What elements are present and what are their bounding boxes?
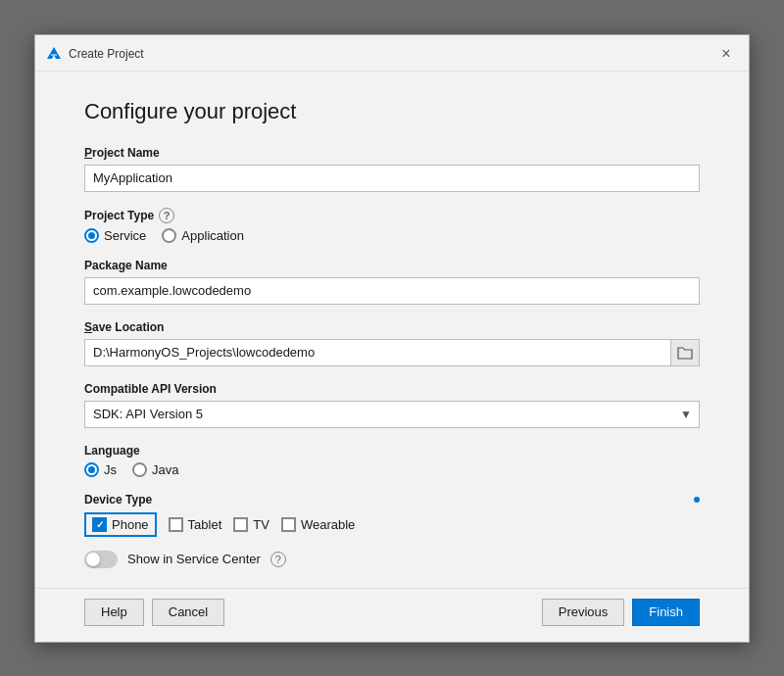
device-type-indicator-dot: [694, 497, 700, 503]
radio-js-circle: [84, 462, 99, 477]
device-tablet-label: Tablet: [188, 517, 222, 532]
device-type-header: Device Type: [84, 493, 700, 507]
radio-service-label: Service: [104, 228, 146, 243]
page-title: Configure your project: [84, 99, 700, 124]
radio-application-label: Application: [181, 228, 244, 243]
save-location-label: Save Location: [84, 320, 700, 334]
show-service-row: Show in Service Center ?: [84, 551, 700, 568]
language-field-group: Language Js Java: [84, 444, 700, 477]
toggle-knob: [86, 553, 100, 566]
device-phone-highlighted[interactable]: ✓ Phone: [84, 512, 157, 537]
radio-js-label: Js: [104, 462, 117, 477]
project-type-field-group: Project Type ? Service Application: [84, 208, 700, 243]
device-type-label: Device Type: [84, 493, 152, 507]
help-button[interactable]: Help: [84, 599, 144, 626]
project-name-field-group: Project Name: [84, 146, 700, 192]
language-radio-group: Js Java: [84, 462, 700, 477]
device-tv-label: TV: [253, 517, 270, 532]
api-version-select-wrapper: SDK: API Version 5 SDK: API Version 4 SD…: [84, 401, 700, 428]
radio-js[interactable]: Js: [84, 462, 117, 477]
show-service-label: Show in Service Center: [127, 552, 261, 566]
save-location-input-row: [84, 339, 700, 366]
api-version-label: Compatible API Version: [84, 382, 700, 396]
device-type-checkbox-group: ✓ Phone Tablet TV Wearable: [84, 512, 700, 537]
package-name-label: Package Name: [84, 259, 700, 272]
folder-icon: [677, 346, 693, 360]
footer-left-buttons: Help Cancel: [84, 599, 224, 626]
device-tv-item[interactable]: TV: [233, 517, 270, 532]
project-type-label: Project Type ?: [84, 208, 700, 223]
device-phone-label: Phone: [112, 517, 149, 532]
project-name-label: Project Name: [84, 146, 700, 160]
cancel-button[interactable]: Cancel: [152, 599, 224, 626]
radio-java-circle: [132, 462, 147, 477]
language-label: Language: [84, 444, 700, 458]
checkmark-icon: ✓: [96, 519, 104, 530]
radio-service-circle: [84, 228, 99, 243]
radio-java-label: Java: [152, 462, 178, 477]
device-wearable-item[interactable]: Wearable: [281, 517, 355, 532]
radio-application-circle: [162, 228, 176, 243]
close-button[interactable]: ×: [715, 43, 737, 65]
finish-button[interactable]: Finish: [632, 599, 700, 626]
radio-service[interactable]: Service: [84, 228, 146, 243]
dialog-content: Configure your project Project Name Proj…: [35, 72, 749, 588]
device-type-section: Device Type ✓ Phone Tablet: [84, 493, 700, 537]
wearable-checkbox: [281, 517, 296, 532]
api-version-field-group: Compatible API Version SDK: API Version …: [84, 382, 700, 428]
api-version-select[interactable]: SDK: API Version 5 SDK: API Version 4 SD…: [84, 401, 700, 428]
show-service-help-icon[interactable]: ?: [270, 552, 286, 567]
title-bar: Create Project ×: [35, 35, 749, 72]
tv-checkbox: [233, 517, 248, 532]
previous-button[interactable]: Previous: [542, 599, 625, 626]
app-logo-icon: [45, 45, 63, 63]
save-location-field-group: Save Location: [84, 320, 700, 366]
show-service-toggle[interactable]: [84, 551, 118, 568]
radio-application[interactable]: Application: [162, 228, 244, 243]
window-title: Create Project: [69, 47, 144, 61]
create-project-dialog: Create Project × Configure your project …: [34, 34, 750, 643]
project-type-help-icon[interactable]: ?: [159, 208, 174, 223]
footer-right-buttons: Previous Finish: [542, 599, 700, 626]
phone-checkbox: ✓: [92, 517, 107, 532]
package-name-input[interactable]: [84, 277, 700, 305]
radio-java[interactable]: Java: [132, 462, 178, 477]
device-wearable-label: Wearable: [301, 517, 355, 532]
package-name-field-group: Package Name: [84, 259, 700, 305]
save-location-input[interactable]: [84, 339, 670, 366]
project-type-radio-group: Service Application: [84, 228, 700, 243]
device-tablet-item[interactable]: Tablet: [169, 517, 222, 532]
tablet-checkbox: [169, 517, 183, 532]
browse-folder-button[interactable]: [670, 339, 700, 366]
project-name-input[interactable]: [84, 165, 700, 192]
dialog-footer: Help Cancel Previous Finish: [35, 588, 749, 642]
title-bar-left: Create Project: [45, 45, 144, 63]
